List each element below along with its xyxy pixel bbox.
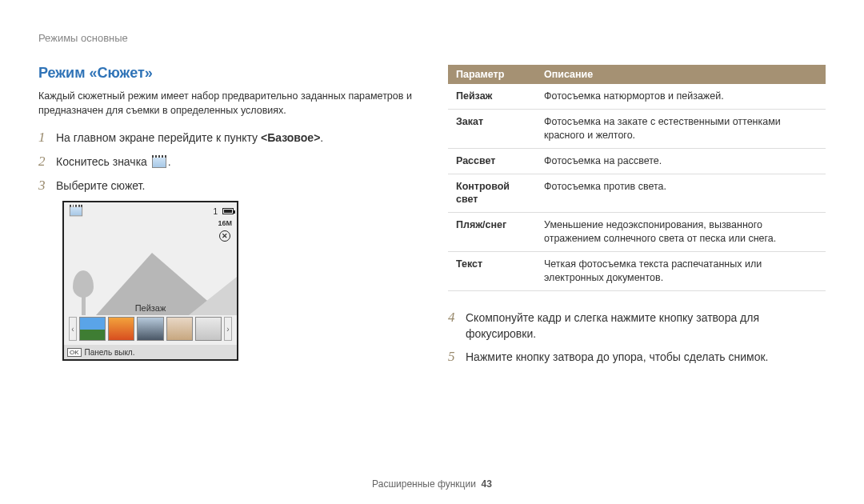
- section-title: Режим «Сюжет»: [38, 65, 416, 82]
- step-5-text: Нажмите кнопку затвора до упора, чтобы с…: [466, 348, 768, 365]
- param-cell: Контровой свет: [448, 174, 536, 213]
- step-2: 2 Коснитесь значка .: [38, 153, 416, 170]
- step-number: 3: [38, 177, 56, 194]
- page-footer: Расширенные функции 43: [0, 478, 864, 490]
- scene-mode-icon: [152, 157, 166, 168]
- footer-label: Расширенные функции: [372, 478, 476, 490]
- step-1: 1 На главном экране перейдите к пункту <…: [38, 129, 416, 146]
- step-5: 5 Нажмите кнопку затвора до упора, чтобы…: [448, 348, 826, 366]
- shot-count: 1: [213, 207, 218, 216]
- table-row: Пляж/снегУменьшение недоэкспонирования, …: [448, 213, 826, 252]
- step-3-text: Выберите сюжет.: [56, 177, 145, 194]
- param-cell: Закат: [448, 109, 536, 148]
- step-2-pre: Коснитесь значка: [56, 155, 150, 168]
- step-number: 5: [448, 348, 466, 366]
- step-number: 1: [38, 129, 56, 146]
- desc-cell: Фотосъемка на рассвете.: [536, 148, 826, 174]
- page-number: 43: [482, 478, 492, 490]
- step-2-post: .: [168, 155, 171, 168]
- scene-options-table: Параметр Описание ПейзажФотосъемка натюр…: [448, 65, 826, 291]
- table-row: ЗакатФотосъемка на закате с естественным…: [448, 109, 826, 148]
- table-row: РассветФотосъемка на рассвете.: [448, 148, 826, 174]
- scene-thumbstrip: ‹ ›: [69, 316, 232, 342]
- intro-text: Каждый сюжетный режим имеет набор предва…: [38, 90, 416, 118]
- scn-badge-icon: [70, 206, 82, 217]
- step-1-bold: <Базовое>: [261, 131, 320, 144]
- step-3: 3 Выберите сюжет.: [38, 177, 416, 194]
- camera-screen-mock: 1 16M ✕ Пейзаж ‹ ›: [62, 201, 238, 361]
- param-cell: Текст: [448, 252, 536, 291]
- step-1-pre: На главном экране перейдите к пункту: [56, 131, 261, 144]
- scene-thumb[interactable]: [108, 317, 134, 341]
- scene-label: Пейзаж: [64, 301, 237, 315]
- desc-cell: Уменьшение недоэкспонирования, вызванног…: [536, 213, 826, 252]
- right-column: Параметр Описание ПейзажФотосъемка натюр…: [448, 65, 826, 372]
- step-1-post: .: [320, 131, 323, 144]
- step-4: 4 Скомпонуйте кадр и слегка нажмите кноп…: [448, 309, 826, 342]
- desc-cell: Четкая фотосъемка текста распечатанных и…: [536, 252, 826, 291]
- panel-off-label: Панель выкл.: [85, 348, 135, 357]
- param-cell: Пейзаж: [448, 84, 536, 109]
- scene-thumb[interactable]: [166, 317, 193, 341]
- left-column: Режим «Сюжет» Каждый сюжетный режим имее…: [38, 65, 416, 372]
- battery-icon: [222, 208, 234, 214]
- table-row: Контровой светФотосъемка против света.: [448, 174, 826, 213]
- scene-thumb[interactable]: [79, 317, 106, 341]
- step-number: 4: [448, 309, 466, 326]
- th-param: Параметр: [448, 65, 536, 84]
- param-cell: Пляж/снег: [448, 213, 536, 252]
- table-row: ПейзажФотосъемка натюрмортов и пейзажей.: [448, 84, 826, 109]
- desc-cell: Фотосъемка натюрмортов и пейзажей.: [536, 84, 826, 109]
- step-number: 2: [38, 153, 56, 170]
- running-header: Режимы основные: [38, 32, 826, 44]
- table-row: ТекстЧеткая фотосъемка текста распечатан…: [448, 252, 826, 291]
- desc-cell: Фотосъемка против света.: [536, 174, 826, 213]
- scene-thumb[interactable]: [137, 317, 163, 341]
- step-4-text: Скомпонуйте кадр и слегка нажмите кнопку…: [466, 309, 826, 342]
- chevron-left-icon[interactable]: ‹: [69, 317, 77, 341]
- desc-cell: Фотосъемка на закате с естественными отт…: [536, 109, 826, 148]
- chevron-right-icon[interactable]: ›: [224, 317, 232, 341]
- param-cell: Рассвет: [448, 148, 536, 174]
- th-desc: Описание: [536, 65, 826, 84]
- ok-button-icon: OK: [67, 348, 82, 357]
- scene-thumb[interactable]: [195, 317, 222, 341]
